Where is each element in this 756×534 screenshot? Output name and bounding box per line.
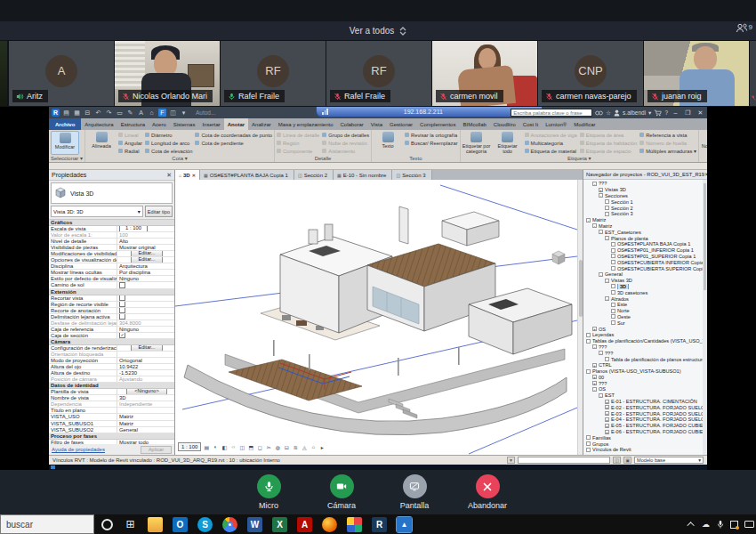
expand-collapse-icon[interactable] — [605, 199, 609, 204]
browser-tree-item[interactable]: Tabla de planificación de planos estruct… — [583, 356, 707, 362]
property-value[interactable]: 1 : 100 — [117, 226, 174, 231]
browser-tree-item[interactable]: Oeste — [583, 314, 707, 320]
expand-collapse-icon[interactable]: + — [592, 327, 597, 331]
property-row[interactable]: Configuración de renderizaci... Editar..… — [49, 345, 174, 352]
property-value[interactable]: Ninguno — [117, 276, 174, 281]
expand-collapse-icon[interactable] — [611, 254, 615, 258]
ribbon-small-button[interactable]: Etiqueta de habitación — [580, 139, 637, 147]
taskbar-app-icon[interactable] — [322, 517, 337, 532]
expand-collapse-icon[interactable] — [605, 357, 609, 361]
panel-label[interactable]: Detalle — [277, 155, 369, 162]
tray-chevron-up-icon[interactable] — [687, 522, 694, 529]
browser-tree-item[interactable]: + OS — [583, 326, 707, 332]
property-row[interactable]: Orientación bloqueada — [49, 352, 174, 358]
expand-collapse-icon[interactable] — [611, 242, 615, 247]
ribbon-tab[interactable]: BIMcollab — [459, 118, 489, 130]
property-row[interactable]: Dependencia Independiente — [49, 401, 174, 408]
expand-collapse-icon[interactable]: - — [592, 387, 597, 392]
close-view-icon[interactable]: ✕ — [192, 173, 196, 178]
ribbon-small-button[interactable]: Referencia a vista — [639, 131, 696, 139]
expand-collapse-icon[interactable]: + — [592, 363, 597, 368]
expand-collapse-icon[interactable]: + — [599, 188, 603, 192]
property-value[interactable]: Independiente — [117, 401, 174, 407]
ribbon-small-button[interactable]: Diámetro — [145, 131, 192, 139]
browser-tree-item[interactable]: OS#EST#CUBIERTA SUPERIOR Copia 1 — [583, 265, 707, 271]
browser-tree-item[interactable]: - OS — [583, 386, 707, 392]
browser-tree-item[interactable]: - Matriz — [583, 223, 707, 230]
property-row[interactable]: Disciplina Arquitectura — [49, 263, 174, 270]
expand-collapse-icon[interactable] — [605, 206, 609, 210]
expand-collapse-icon[interactable] — [611, 260, 615, 264]
expand-collapse-icon[interactable] — [611, 290, 615, 295]
redo-icon[interactable]: ↷ — [105, 109, 113, 117]
ribbon-small-button[interactable]: Cota de coordenadas de punto — [195, 131, 272, 139]
search-binoculars-icon[interactable] — [595, 109, 603, 117]
taskbar-search-input[interactable] — [0, 514, 94, 534]
expand-collapse-icon[interactable] — [586, 369, 591, 374]
browser-tree-item[interactable]: - Vistas 3D — [583, 278, 707, 284]
taskbar-app-icon[interactable]: X — [272, 517, 287, 532]
ribbon-small-button[interactable]: Etiqueta de material — [525, 147, 577, 155]
tag-all-button[interactable]: Etiquetar todo — [494, 131, 522, 155]
expand-collapse-icon[interactable] — [611, 266, 615, 271]
expand-collapse-icon[interactable] — [611, 248, 615, 253]
edit-type-button[interactable]: Editar tipo — [145, 206, 173, 217]
property-value[interactable]: Editar... — [117, 251, 174, 256]
browser-tree-item[interactable]: Sección 1 — [583, 198, 707, 205]
ribbon-tab[interactable]: Cost It — [519, 118, 542, 130]
ribbon-tab[interactable]: Cloudliiro — [490, 118, 519, 130]
browser-tree-item[interactable]: OS#EST#PLANTA BAJA Copia 1 — [583, 241, 707, 247]
browser-tree-item[interactable]: - ??? — [583, 344, 707, 351]
design-option-dropdown[interactable]: Modelo base▾ — [634, 457, 704, 464]
property-row[interactable]: Modificaciones de visibilidad... Editar.… — [49, 251, 174, 257]
expand-collapse-icon[interactable]: - — [599, 193, 603, 198]
expand-collapse-icon[interactable] — [586, 333, 591, 337]
text-tool-icon[interactable]: A — [137, 109, 145, 117]
expand-collapse-icon[interactable]: - — [605, 296, 609, 301]
ribbon-small-button[interactable]: Nube de revisión — [322, 139, 369, 147]
browser-tree-item[interactable]: Sur — [583, 320, 707, 326]
view-mode-chevrons-icon[interactable] — [399, 27, 406, 36]
property-value[interactable]: Matriz — [117, 414, 174, 419]
browser-tree-item[interactable]: Tablas de planificación/Cantidades (VIST… — [583, 338, 707, 344]
close-icon[interactable]: ✕ — [704, 172, 707, 177]
browser-tree-item[interactable]: + CTRL — [583, 362, 707, 368]
property-value[interactable] — [117, 308, 174, 313]
property-value[interactable] — [117, 314, 174, 320]
browser-tree-item[interactable]: + ??? — [583, 380, 707, 386]
view-tab[interactable]: ◫ Sección 3 — [392, 170, 431, 180]
property-value[interactable] — [117, 352, 174, 357]
expand-collapse-icon[interactable] — [611, 309, 615, 313]
close-icon[interactable]: ✕ — [166, 172, 172, 179]
screen-share-button[interactable]: Pantalla — [386, 474, 443, 510]
user-dropdown-icon[interactable]: ▾ — [648, 109, 651, 117]
browser-tree-item[interactable]: Grupos — [583, 441, 707, 447]
property-row[interactable]: Gráficos — [49, 220, 174, 226]
property-value[interactable]: 10.9422 — [117, 364, 174, 369]
taskbar-app-icon[interactable]: ▲ — [397, 517, 412, 532]
taskbar-app-icon[interactable]: S — [197, 517, 213, 532]
aligned-dimension-button[interactable]: Alineada — [87, 131, 116, 155]
property-row[interactable]: Valor de escala 1: 100 — [49, 232, 174, 239]
camera-button[interactable]: Cámara — [313, 474, 370, 510]
signed-in-user[interactable]: s.albendi — [623, 109, 646, 116]
browser-tree-item[interactable]: Norte — [583, 308, 707, 314]
window-maximize-button[interactable]: ❐ — [683, 109, 693, 117]
expand-collapse-icon[interactable]: + — [592, 375, 597, 379]
browser-tree-item[interactable]: + E-04 - ESTRUCTURA. FORJADO SUELO PLANT… — [583, 417, 707, 423]
shadows-icon[interactable]: ☼ — [229, 444, 237, 449]
browser-scrollbar[interactable] — [703, 180, 707, 455]
apply-button[interactable]: Aplicar — [141, 446, 172, 454]
property-value[interactable] — [172, 220, 174, 225]
property-value[interactable] — [117, 333, 174, 338]
browser-tree-item[interactable]: Sección 3 — [583, 211, 707, 217]
property-value[interactable]: Mostrar original — [117, 245, 174, 250]
view-tab[interactable]: ▦ E-10 - Sin nombre — [334, 170, 392, 180]
ribbon-tab[interactable]: Complementos — [416, 118, 459, 130]
ribbon-small-button[interactable]: Grupo de detalles — [322, 131, 369, 139]
expand-collapse-icon[interactable]: + — [605, 405, 609, 409]
property-value[interactable]: Arquitectura — [117, 263, 174, 269]
taskbar-app-icon[interactable]: ⊞ — [123, 517, 138, 532]
browser-tree-item[interactable]: + Vistas 3D — [583, 187, 707, 193]
property-row[interactable]: Altura del ojo 10.9422 — [49, 364, 174, 370]
